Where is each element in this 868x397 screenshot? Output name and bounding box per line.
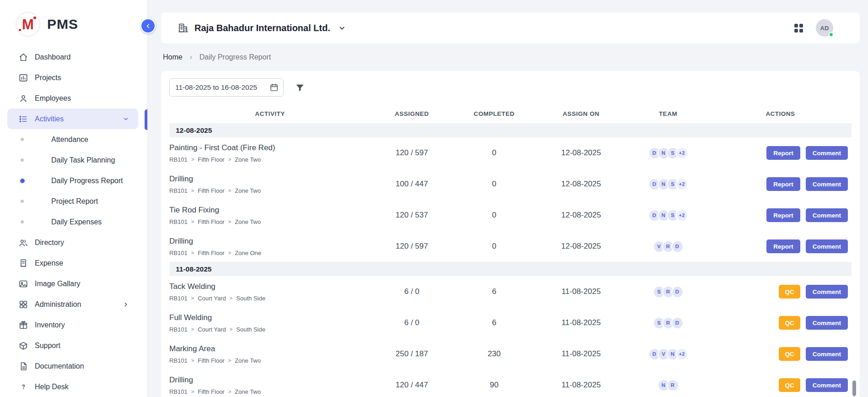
chevron-separator: > — [191, 157, 194, 162]
comment-button[interactable]: Comment — [806, 239, 848, 253]
sidebar-subitem-attendance[interactable]: Attendance — [0, 129, 147, 150]
report-button[interactable]: Report — [766, 208, 800, 222]
chevron-separator: > — [228, 250, 231, 256]
sidebar-item-directory[interactable]: Directory — [7, 232, 138, 253]
completed-cell: 0 — [453, 148, 535, 158]
sidebar-item-label: Help Desk — [35, 383, 69, 391]
sidebar-subitem-label: Daily Progress Report — [51, 177, 123, 185]
comment-button[interactable]: Comment — [806, 285, 848, 299]
comment-button[interactable]: Comment — [806, 347, 848, 361]
user-avatar[interactable]: AD — [816, 19, 833, 37]
chevron-right-icon — [189, 55, 194, 60]
chevron-separator: > — [228, 188, 231, 193]
apps-grid-icon[interactable] — [794, 24, 803, 33]
brand-name: PMS — [47, 16, 78, 32]
team-avatar[interactable]: D — [671, 317, 684, 329]
sidebar-subitem-daily-progress-report[interactable]: Daily Progress Report — [0, 170, 147, 191]
path-segment: Zone One — [235, 250, 261, 256]
comment-button[interactable]: Comment — [806, 208, 848, 222]
sidebar-subitem-daily-task-planning[interactable]: Daily Task Planning — [0, 150, 147, 170]
column-header-completed: COMPLETED — [453, 110, 535, 117]
sidebar-collapse-button[interactable] — [140, 18, 156, 33]
team-cell: SRD — [627, 286, 709, 298]
qc-button[interactable]: QC — [779, 378, 800, 392]
sidebar-item-projects[interactable]: Projects — [7, 67, 138, 88]
activity-location-path: RB101>Fifth Floor>Zone Two — [169, 187, 366, 194]
report-button[interactable]: Report — [766, 239, 800, 253]
completed-cell: 6 — [453, 318, 535, 327]
qc-button[interactable]: QC — [779, 316, 800, 330]
assigned-cell: 6 / 0 — [371, 318, 453, 327]
column-header-actions: ACTIONS — [709, 110, 852, 117]
report-button[interactable]: Report — [766, 177, 800, 191]
completed-cell: 230 — [453, 349, 535, 359]
date-range-field — [169, 78, 284, 97]
assigned-cell: 120 / 447 — [371, 381, 453, 390]
sidebar-item-activities[interactable]: Activities — [7, 109, 138, 129]
sidebar-item-documentation[interactable]: Documentation — [7, 356, 138, 376]
sidebar-item-support[interactable]: Support — [7, 335, 138, 356]
team-avatar[interactable]: R — [667, 379, 679, 392]
help-icon — [18, 382, 28, 392]
qc-button[interactable]: QC — [779, 347, 800, 361]
sidebar-item-employees[interactable]: Employees — [7, 88, 138, 109]
sidebar-item-label: Projects — [35, 74, 61, 82]
sidebar-item-image-gallary[interactable]: Image Gallary — [7, 273, 138, 294]
path-segment: RB101 — [169, 187, 188, 194]
assign-on-cell: 12-08-2025 — [535, 148, 627, 158]
date-range-input[interactable] — [175, 83, 270, 92]
comment-button[interactable]: Comment — [806, 177, 848, 191]
qc-button[interactable]: QC — [779, 285, 800, 299]
brand-area: M PMS — [0, 0, 147, 37]
report-card: ACTIVITY ASSIGNED COMPLETED ASSIGN ON TE… — [161, 71, 860, 397]
team-more-badge[interactable]: +2 — [676, 348, 688, 360]
sidebar-item-dashboard[interactable]: Dashboard — [7, 47, 138, 67]
sidebar-item-inventory[interactable]: Inventory — [7, 315, 138, 335]
sidebar-item-expense[interactable]: Expense — [7, 253, 138, 273]
team-avatar[interactable]: D — [671, 286, 684, 298]
bullet-icon — [21, 158, 24, 162]
sidebar-item-administration[interactable]: Administration — [7, 294, 138, 315]
report-button[interactable]: Report — [766, 146, 800, 160]
breadcrumb-home[interactable]: Home — [163, 53, 183, 61]
path-segment: RB101 — [169, 218, 188, 225]
assigned-cell: 120 / 537 — [371, 211, 453, 220]
comment-button[interactable]: Comment — [806, 146, 848, 160]
sidebar-subitem-label: Daily Task Planning — [51, 156, 115, 164]
activity-cell: Full WeldingRB101>Court Yard>South Side — [169, 313, 371, 333]
topbar: Raja Bahadur International Ltd. AD — [161, 12, 860, 44]
activity-location-path: RB101>Fifth Floor>Zone Two — [169, 388, 366, 395]
activity-cell: Tie Rod FixingRB101>Fifth Floor>Zone Two — [169, 206, 371, 225]
chevron-separator: > — [230, 326, 232, 332]
activity-location-path: RB101>Court Yard>South Side — [169, 326, 366, 333]
calendar-icon[interactable] — [270, 83, 279, 92]
sidebar-item-help-desk[interactable]: Help Desk — [7, 376, 138, 397]
chevron-separator: > — [191, 389, 194, 394]
comment-button[interactable]: Comment — [806, 378, 848, 392]
chevron-separator: > — [191, 295, 194, 301]
path-segment: Fifth Floor — [198, 250, 225, 256]
path-segment: Zone Two — [235, 218, 261, 225]
sidebar-subitem-daily-expenses[interactable]: Daily Expenses — [0, 212, 147, 232]
path-segment: Fifth Floor — [198, 156, 225, 163]
assign-on-cell: 12-08-2025 — [535, 211, 627, 220]
filter-funnel-icon[interactable] — [295, 82, 305, 93]
completed-cell: 0 — [453, 211, 535, 220]
people-icon — [18, 238, 28, 248]
team-more-badge[interactable]: +2 — [676, 147, 688, 159]
team-more-badge[interactable]: +2 — [676, 178, 688, 190]
sidebar-subitem-project-report[interactable]: Project Report — [0, 191, 147, 212]
actions-cell: QCComment — [709, 285, 852, 299]
comment-button[interactable]: Comment — [806, 316, 848, 330]
activity-name: Tie Rod Fixing — [169, 206, 366, 215]
bullet-icon — [21, 200, 24, 203]
team-more-badge[interactable]: +2 — [676, 209, 688, 222]
company-name: Raja Bahadur International Ltd. — [194, 23, 330, 33]
table-row: Painting - First Coat (Fire Red)RB101>Fi… — [169, 137, 852, 169]
activity-cell: DrillingRB101>Fifth Floor>Zone One — [169, 237, 371, 256]
scrollbar-thumb[interactable] — [852, 381, 856, 396]
company-selector[interactable]: Raja Bahadur International Ltd. — [178, 22, 346, 33]
team-avatar[interactable]: D — [671, 240, 684, 253]
activity-location-path: RB101>Court Yard>South Side — [169, 295, 366, 302]
chevron-separator: > — [191, 188, 194, 193]
